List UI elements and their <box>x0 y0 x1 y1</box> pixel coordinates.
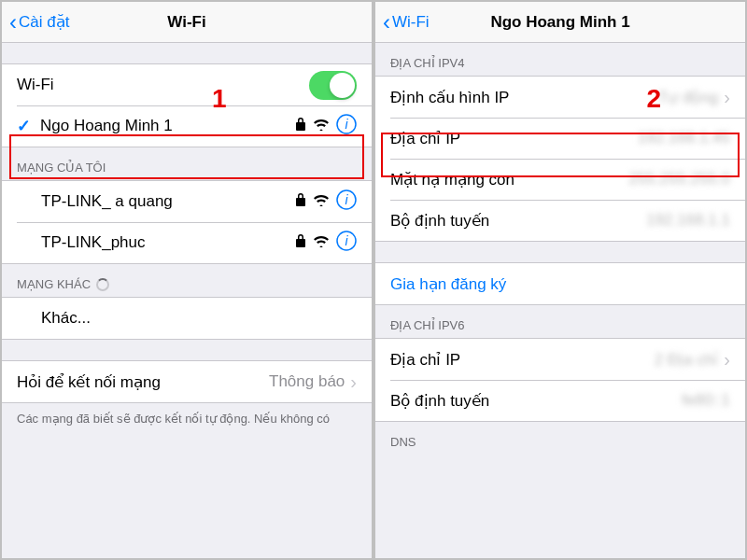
network-icons: i <box>295 114 357 138</box>
renew-lease-row[interactable]: Gia hạn đăng ký <box>375 263 745 304</box>
wifi-toggle-row[interactable]: Wi-Fi <box>2 64 372 105</box>
header-bar: ‹ Wi-Fi Ngo Hoang Minh 1 <box>375 2 745 43</box>
chevron-left-icon: ‹ <box>9 11 17 34</box>
wifi-settings-pane: ‹ Cài đặt Wi-Fi Wi-Fi ✓ Ngo Hoang Minh 1… <box>0 0 374 560</box>
ip-address-label: Địa chỉ IP <box>390 129 638 148</box>
svg-text:i: i <box>345 192 348 207</box>
lock-icon <box>295 193 306 210</box>
configure-ip-label: Định cấu hình IP <box>390 88 658 107</box>
router-label: Bộ định tuyến <box>390 211 646 231</box>
section-other-label: MẠNG KHÁC <box>17 277 91 291</box>
section-other-networks: MẠNG KHÁC <box>2 264 372 297</box>
network-icons: i <box>295 189 357 214</box>
back-button[interactable]: ‹ Wi-Fi <box>375 11 430 34</box>
lock-icon <box>295 234 306 251</box>
chevron-right-icon: › <box>724 87 730 108</box>
footer-text: Các mạng đã biết sẽ được kết nối tự động… <box>2 403 372 435</box>
connected-network-name: Ngo Hoang Minh 1 <box>40 117 295 135</box>
connected-network-row[interactable]: ✓ Ngo Hoang Minh 1 i <box>2 105 372 147</box>
wifi-toggle-group: Wi-Fi ✓ Ngo Hoang Minh 1 i <box>2 63 372 147</box>
annotation-2: 2 <box>646 84 661 114</box>
renew-lease-link: Gia hạn đăng ký <box>390 274 506 294</box>
network-details-pane: ‹ Wi-Fi Ngo Hoang Minh 1 2 ĐỊA CHỈ IPV4 … <box>374 0 747 560</box>
network-row[interactable]: TP-LINK_phuc i <box>2 222 372 263</box>
ipv6-address-row[interactable]: Địa chỉ IP 2 Địa chỉ › <box>375 339 745 380</box>
configure-ip-row[interactable]: Định cấu hình IP Tự động › <box>375 77 745 118</box>
subnet-row: Mặt nạ mạng con 255.255.255.0 <box>375 159 745 200</box>
ipv6-router-value: fe80::1 <box>682 391 730 410</box>
renew-lease-group: Gia hạn đăng ký <box>375 262 745 305</box>
section-dns: DNS <box>375 422 745 455</box>
back-label: Wi-Fi <box>392 13 430 32</box>
info-icon[interactable]: i <box>336 231 357 255</box>
ipv6-group: Địa chỉ IP 2 Địa chỉ › Bộ định tuyến fe8… <box>375 338 745 422</box>
ask-join-row[interactable]: Hỏi để kết nối mạng Thông báo › <box>2 361 372 402</box>
ask-join-group: Hỏi để kết nối mạng Thông báo › <box>2 360 372 403</box>
network-name: TP-LINK_ a quang <box>17 192 295 211</box>
chevron-right-icon: › <box>350 371 357 393</box>
ipv6-router-label: Bộ định tuyến <box>390 391 682 411</box>
other-network-label: Khác... <box>17 309 357 328</box>
router-value: 192.168.1.1 <box>646 211 730 230</box>
info-icon[interactable]: i <box>336 189 357 214</box>
lock-icon <box>295 118 306 134</box>
wifi-toggle-switch[interactable] <box>309 71 357 100</box>
configure-ip-value: Tự động <box>658 88 718 107</box>
back-button[interactable]: ‹ Cài đặt <box>2 11 69 34</box>
section-my-networks: MẠNG CỦA TÔI <box>2 147 372 180</box>
chevron-right-icon: › <box>724 349 730 371</box>
annotation-1: 1 <box>212 84 227 114</box>
network-row[interactable]: TP-LINK_ a quang i <box>2 181 372 222</box>
subnet-label: Mặt nạ mạng con <box>390 170 628 189</box>
back-label: Cài đặt <box>19 12 69 32</box>
subnet-value: 255.255.255.0 <box>628 170 730 189</box>
info-icon[interactable]: i <box>336 114 357 138</box>
wifi-icon <box>314 118 329 134</box>
spinner-icon <box>96 278 109 291</box>
ask-join-value: Thông báo <box>269 372 345 391</box>
router-row: Bộ định tuyến 192.168.1.1 <box>375 200 745 241</box>
wifi-toggle-label: Wi-Fi <box>17 76 309 94</box>
header-bar: ‹ Cài đặt Wi-Fi <box>2 2 372 43</box>
wifi-icon <box>314 234 329 251</box>
section-ipv6: ĐỊA CHỈ IPV6 <box>375 305 745 338</box>
ipv4-group: Định cấu hình IP Tự động › Địa chỉ IP 19… <box>375 76 745 242</box>
network-icons: i <box>295 231 357 255</box>
ip-address-row: Địa chỉ IP 192.168.1.45 <box>375 118 745 159</box>
svg-text:i: i <box>345 117 348 132</box>
wifi-icon <box>314 193 329 210</box>
chevron-left-icon: ‹ <box>383 11 390 34</box>
page-title: Ngo Hoang Minh 1 <box>375 13 745 32</box>
ask-join-label: Hỏi để kết nối mạng <box>17 372 269 392</box>
ip-address-value: 192.168.1.45 <box>638 129 730 147</box>
svg-text:i: i <box>345 233 348 248</box>
other-networks-group: Khác... <box>2 297 372 340</box>
my-networks-group: TP-LINK_ a quang i TP-LINK_phuc i <box>2 180 372 264</box>
ipv6-router-row: Bộ định tuyến fe80::1 <box>375 380 745 421</box>
ipv6-address-value: 2 Địa chỉ <box>655 350 719 370</box>
checkmark-icon: ✓ <box>17 116 31 136</box>
section-ipv4: ĐỊA CHỈ IPV4 <box>375 43 745 76</box>
network-name: TP-LINK_phuc <box>17 233 295 252</box>
ipv6-address-label: Địa chỉ IP <box>390 350 655 370</box>
other-network-row[interactable]: Khác... <box>2 298 372 339</box>
